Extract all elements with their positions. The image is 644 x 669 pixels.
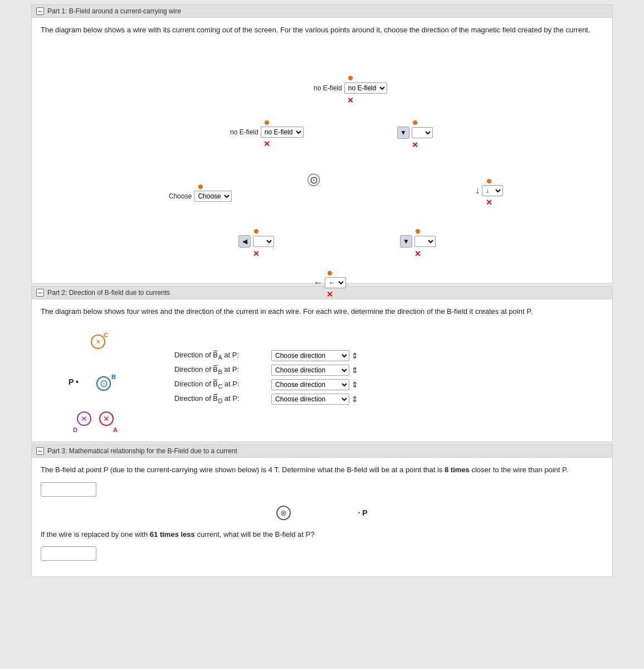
part3-wire: ⊗ <box>276 506 291 520</box>
mid-right-lower-x: ✕ <box>414 249 421 258</box>
left-select[interactable]: Choose ↑↓←→ <box>194 191 232 202</box>
left-label: Choose <box>169 192 192 200</box>
dot-mid-left-lower <box>254 229 258 234</box>
collapse-icon-3[interactable] <box>36 447 44 455</box>
dir-select-D[interactable]: Choose direction ↑↓←→ Into pageOut of pa… <box>271 394 349 405</box>
right-x: ✕ <box>486 198 492 207</box>
mid-right-upper-select[interactable]: ↑↓←→ <box>412 127 433 138</box>
bold-61x: 61 times less <box>150 530 195 539</box>
dot-mid-right-upper <box>413 120 417 125</box>
dot-mid-left-upper <box>265 120 269 125</box>
bottom-arrow: ← <box>314 278 323 288</box>
label-A: A <box>113 426 118 433</box>
label-D: D <box>73 426 77 433</box>
part3-description2: If the wire is replaced by one with 61 t… <box>41 529 603 540</box>
mid-right-lower-icon: ▼ <box>400 235 412 248</box>
dir-select-B[interactable]: Choose direction ↑↓←→ Into pageOut of pa… <box>271 365 349 376</box>
right-select[interactable]: ↓ ↑←→ <box>482 185 503 196</box>
mid-left-upper-x: ✕ <box>264 139 270 148</box>
part2-description: The diagram below shows four wires and t… <box>41 306 603 317</box>
dir-label-C: Direction of B̅C at P: <box>174 380 269 390</box>
direction-row-B: Direction of B̅B at P: Choose direction … <box>174 365 358 376</box>
part2-layout: ✕ C ⊙ B P • ✕ D <box>41 323 603 435</box>
part1-content: The diagram below shows a wire with its … <box>32 18 612 283</box>
dir-label-A: Direction of B̅A at P: <box>174 351 269 361</box>
part1-description: The diagram below shows a wire with its … <box>41 25 603 36</box>
bold-8x: 8 times <box>445 466 470 474</box>
dir-label-B: Direction of B̅B at P: <box>174 365 269 375</box>
part3-diagram: ⊗ · P <box>41 506 603 520</box>
label-C: C <box>104 332 108 338</box>
wire-A: ✕ <box>99 411 114 426</box>
mid-left-upper-select[interactable]: no E-field ↑↓←→ <box>261 127 304 138</box>
mid-left-upper-label: no E-field <box>230 128 258 136</box>
mid-right-upper-x: ✕ <box>412 140 418 149</box>
center-wire <box>308 173 320 186</box>
section-part3: Part 3: Mathematical relationship for th… <box>31 444 613 577</box>
part3-p-label: · P <box>358 508 367 517</box>
part1-diagram: no E-field no E-field ↑↓←→ ✕ no E-field <box>41 42 603 277</box>
dir-select-A[interactable]: Choose direction ↑↓←→ Into pageOut of pa… <box>271 350 349 361</box>
bottom-select[interactable]: ← ↑↓→ <box>325 277 346 288</box>
direction-row-C: Direction of B̅C at P: Choose direction … <box>174 379 358 390</box>
dir-label-D: Direction of B̅D at P: <box>174 394 269 404</box>
wire-D: ✕ <box>77 411 91 426</box>
dot-bottom <box>328 271 332 275</box>
right-arrow: ↓ <box>475 186 480 196</box>
dot-top-center <box>348 76 353 80</box>
direction-row-A: Direction of B̅A at P: Choose direction … <box>174 350 358 361</box>
part3-content: The B-field at point P (due to the curre… <box>32 458 612 576</box>
page-wrapper: Part 1: B-Field around a current-carryin… <box>27 0 617 584</box>
part2-title: Part 2: Direction of B-field due to curr… <box>47 289 170 297</box>
collapse-icon[interactable] <box>36 7 44 15</box>
section-part2: Part 2: Direction of B-field due to curr… <box>31 286 613 443</box>
mid-right-upper-icon: ▼ <box>397 127 409 139</box>
collapse-icon-2[interactable] <box>36 289 44 297</box>
dot-right <box>487 179 491 183</box>
p-label: P • <box>69 377 79 386</box>
dot-left <box>198 185 203 189</box>
answer-input-2[interactable] <box>41 546 96 561</box>
top-center-select[interactable]: no E-field ↑↓←→ <box>344 83 387 94</box>
wire-diagram: ✕ C ⊙ B P • ✕ D <box>41 323 152 435</box>
part3-description1: The B-field at point P (due to the curre… <box>41 464 603 476</box>
wire-B: ⊙ <box>96 376 111 391</box>
mid-left-lower-select[interactable]: ↑↓←→ <box>253 236 274 247</box>
dir-select-C[interactable]: Choose direction ↑↓←→ Into pageOut of pa… <box>271 379 349 390</box>
part3-title: Part 3: Mathematical relationship for th… <box>47 447 237 455</box>
mid-right-lower-select[interactable]: ↑↓←→ <box>414 236 436 247</box>
top-center-x: ✕ <box>347 96 354 105</box>
part3-header: Part 3: Mathematical relationship for th… <box>32 445 612 458</box>
answer-input-1[interactable] <box>41 482 96 497</box>
part2-content: The diagram below shows four wires and t… <box>32 299 612 442</box>
part1-header: Part 1: B-Field around a current-carryin… <box>32 5 612 18</box>
section-part1: Part 1: B-Field around a current-carryin… <box>31 4 613 284</box>
bottom-x: ✕ <box>326 290 333 299</box>
part1-title: Part 1: B-Field around a current-carryin… <box>47 7 181 15</box>
mid-left-lower-x: ✕ <box>253 249 260 258</box>
direction-row-D: Direction of B̅D at P: Choose direction … <box>174 394 358 405</box>
mid-left-lower-icon: ◀ <box>238 235 251 248</box>
dot-mid-right-lower <box>416 229 420 234</box>
direction-selects: Direction of B̅A at P: Choose direction … <box>174 350 358 408</box>
label-B: B <box>111 374 116 380</box>
top-center-label: no E-field <box>314 84 342 92</box>
